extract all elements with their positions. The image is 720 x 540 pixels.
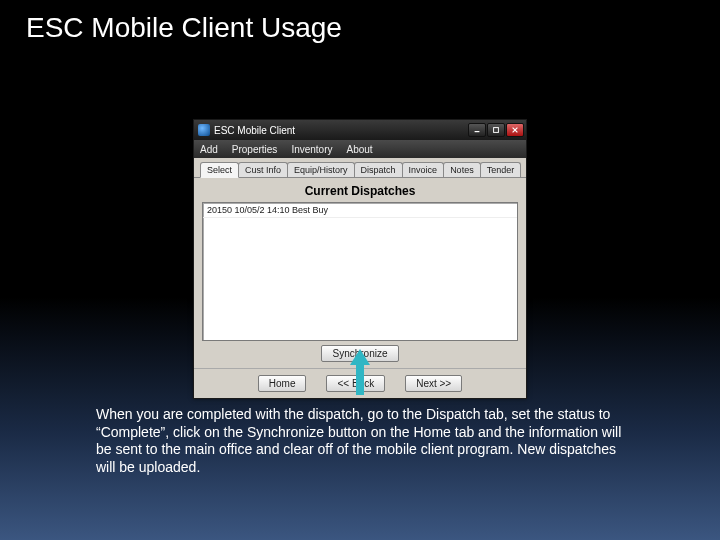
list-item[interactable]: 20150 10/05/2 14:10 Best Buy	[203, 203, 517, 218]
tab-select[interactable]: Select	[200, 162, 239, 178]
tab-equip-history[interactable]: Equip/History	[287, 162, 355, 177]
tab-tender[interactable]: Tender	[480, 162, 522, 177]
menu-bar: Add Properties Inventory About	[194, 140, 526, 158]
home-button[interactable]: Home	[258, 375, 307, 392]
svg-rect-1	[494, 128, 499, 133]
content-pane: Current Dispatches 20150 10/05/2 14:10 B…	[194, 178, 526, 368]
menu-inventory[interactable]: Inventory	[291, 144, 332, 155]
menu-properties[interactable]: Properties	[232, 144, 278, 155]
app-icon	[198, 124, 210, 136]
arrow-up-icon	[350, 349, 370, 395]
tab-notes[interactable]: Notes	[443, 162, 481, 177]
maximize-button[interactable]	[487, 123, 505, 137]
slide-title: ESC Mobile Client Usage	[0, 0, 720, 44]
tab-strip: Select Cust Info Equip/History Dispatch …	[194, 158, 526, 178]
dispatch-list[interactable]: 20150 10/05/2 14:10 Best Buy	[202, 202, 518, 341]
slide-caption: When you are completed with the dispatch…	[96, 406, 636, 476]
window-title: ESC Mobile Client	[214, 125, 468, 136]
menu-add[interactable]: Add	[200, 144, 218, 155]
close-icon	[511, 126, 519, 134]
callout-arrow	[350, 349, 370, 395]
minimize-icon	[473, 126, 481, 134]
window-controls	[468, 123, 524, 137]
content-title: Current Dispatches	[202, 184, 518, 198]
minimize-button[interactable]	[468, 123, 486, 137]
maximize-icon	[492, 126, 500, 134]
close-button[interactable]	[506, 123, 524, 137]
svg-marker-4	[350, 349, 370, 395]
tab-invoice[interactable]: Invoice	[402, 162, 445, 177]
menu-about[interactable]: About	[347, 144, 373, 155]
next-button[interactable]: Next >>	[405, 375, 462, 392]
tab-cust-info[interactable]: Cust Info	[238, 162, 288, 177]
title-bar: ESC Mobile Client	[194, 120, 526, 140]
tab-dispatch[interactable]: Dispatch	[354, 162, 403, 177]
